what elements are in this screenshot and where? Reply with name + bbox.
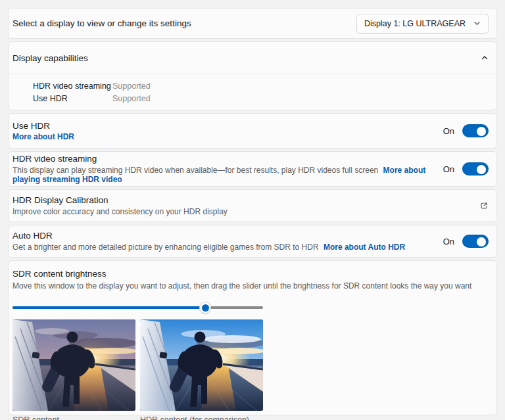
capability-value: Supported: [112, 80, 151, 93]
use-hdr-card: Use HDR More about HDR On: [8, 113, 497, 149]
hdr-video-streaming-card: HDR video streaming This display can pla…: [8, 151, 497, 187]
display-capabilities-body: HDR video streaming Supported Use HDR Su…: [9, 74, 496, 110]
sdr-brightness-card: SDR content brightness Move this window …: [8, 260, 497, 415]
external-link-icon: [479, 201, 489, 210]
hdr-video-streaming-description: This display can play streaming HDR vide…: [12, 166, 443, 184]
sdr-brightness-title: SDR content brightness: [12, 269, 107, 279]
display-dropdown[interactable]: Display 1: LG ULTRAGEAR: [356, 14, 489, 34]
auto-hdr-description-text: Get a brighter and more detailed picture…: [12, 243, 319, 252]
auto-hdr-title: Auto HDR: [12, 231, 405, 241]
slider-thumb[interactable]: [199, 302, 211, 314]
toggle-knob: [477, 237, 486, 246]
capability-row: Use HDR Supported: [33, 93, 489, 105]
capability-label: HDR video streaming: [33, 80, 112, 93]
sdr-brightness-slider[interactable]: [12, 302, 263, 314]
auto-hdr-toggle-state: On: [443, 237, 454, 246]
chevron-down-icon: [473, 20, 481, 27]
sdr-preview-figure: SDR content: [12, 319, 135, 420]
hdr-video-streaming-description-text: This display can play streaming HDR vide…: [12, 166, 378, 175]
hdr-video-streaming-toggle[interactable]: [462, 162, 489, 175]
toggle-knob: [477, 165, 486, 174]
display-capabilities-header[interactable]: Display capabilities: [9, 42, 496, 74]
use-hdr-title: Use HDR: [12, 121, 74, 131]
capability-label: Use HDR: [33, 93, 112, 105]
hdr-display-calibration-title: HDR Display Calibration: [12, 195, 228, 205]
more-about-hdr-link[interactable]: More about HDR: [12, 132, 74, 141]
auto-hdr-toggle[interactable]: [462, 235, 489, 248]
use-hdr-toggle[interactable]: [462, 124, 489, 137]
toggle-knob: [477, 127, 486, 136]
more-about-auto-hdr-link[interactable]: More about Auto HDR: [324, 243, 405, 252]
capability-value: Supported: [112, 93, 151, 105]
hdr-display-calibration-card[interactable]: HDR Display Calibration Improve color ac…: [8, 189, 497, 222]
display-selector-card: Select a display to view or change its s…: [8, 8, 497, 39]
sdr-preview-image: [12, 319, 135, 411]
auto-hdr-card: Auto HDR Get a brighter and more detaile…: [8, 225, 497, 258]
display-capabilities-title: Display capabilities: [12, 53, 88, 63]
sdr-brightness-description: Move this window to the display you want…: [12, 281, 489, 291]
slider-fill: [12, 306, 205, 309]
hdr-preview-figure: HDR content (for comparison): [140, 319, 263, 420]
use-hdr-toggle-state: On: [443, 126, 454, 136]
capability-row: HDR video streaming Supported: [33, 80, 489, 93]
chevron-up-icon: [481, 54, 489, 62]
hdr-video-streaming-title: HDR video streaming: [12, 154, 443, 164]
hdr-display-calibration-description: Improve color accuracy and consistency o…: [12, 207, 228, 216]
hdr-video-streaming-toggle-state: On: [443, 164, 454, 174]
sdr-caption: SDR content: [12, 415, 135, 420]
display-selector-label: Select a display to view or change its s…: [12, 18, 191, 28]
auto-hdr-description: Get a brighter and more detailed picture…: [12, 243, 405, 252]
display-capabilities-card: Display capabilities HDR video streaming…: [8, 41, 497, 110]
display-dropdown-value: Display 1: LG ULTRAGEAR: [364, 19, 466, 28]
hdr-preview-image: [140, 319, 263, 411]
hdr-caption: HDR content (for comparison): [140, 415, 263, 420]
